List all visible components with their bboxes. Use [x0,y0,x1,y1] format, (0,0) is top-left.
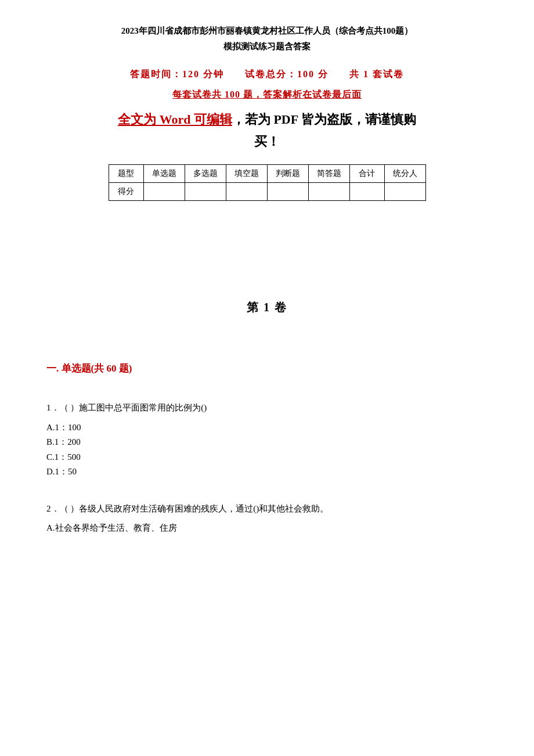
col-multi: 多选题 [185,165,226,183]
score-total [349,183,384,201]
col-short: 简答题 [308,165,349,183]
question-1-text: 1．（ ）施工图中总平面图常用的比例为() [46,401,488,416]
score-fill [226,183,267,201]
question-1: 1．（ ）施工图中总平面图常用的比例为() A.1：100 B.1：200 C.… [46,401,488,480]
col-total: 合计 [349,165,384,183]
total-score: 试卷总分：100 分 [245,69,329,79]
score-table-container: 题型 单选题 多选题 填空题 判断题 简答题 合计 统分人 得分 [46,164,488,201]
col-type: 题型 [109,165,143,183]
score-single [143,183,185,201]
question-1-option-c: C.1：500 [46,450,488,465]
volume-label: 第 1 卷 [46,300,488,315]
score-judge [267,183,308,201]
col-fill: 填空题 [226,165,267,183]
question-2-text: 2．（ ）各级人民政府对生活确有困难的残疾人，通过()和其他社会救助。 [46,502,488,517]
table-score-row: 得分 [109,183,425,201]
question-2-option-a: A.社会各界给予生活、教育、住房 [46,521,488,536]
score-multi [185,183,226,201]
buy-line: 买！ [46,133,488,150]
pdf-warning: ，若为 PDF 皆为盗版，请谨慎购 [232,112,416,127]
document-title: 2023年四川省成都市彭州市丽春镇黄龙村社区工作人员（综合考点共100题） 模拟… [46,23,488,55]
exam-sets: 共 1 套试卷 [349,69,404,79]
score-short [308,183,349,201]
exam-info-line: 答题时间：120 分钟 试卷总分：100 分 共 1 套试卷 [46,69,488,81]
score-table: 题型 单选题 多选题 填空题 判断题 简答题 合计 统分人 得分 [109,164,426,201]
question-1-option-d: D.1：50 [46,465,488,480]
spacer-q2 [46,490,488,502]
col-single: 单选题 [143,165,185,183]
section1-title: 一. 单选题(共 60 题) [46,362,488,375]
exam-time: 答题时间：120 分钟 [130,69,224,79]
word-notice: 全文为 Word 可编辑，若为 PDF 皆为盗版，请谨慎购 [46,109,488,129]
spacer-q1 [46,389,488,401]
word-editable-label: 全文为 Word 可编辑 [118,112,232,127]
col-scorer: 统分人 [384,165,425,183]
question-2: 2．（ ）各级人民政府对生活确有困难的残疾人，通过()和其他社会救助。 A.社会… [46,502,488,536]
notice-line-1: 每套试卷共 100 题，答案解析在试卷最后面 [46,89,488,101]
question-1-option-a: A.1：100 [46,420,488,435]
spacer-after-table [46,218,488,265]
col-judge: 判断题 [267,165,308,183]
score-scorer [384,183,425,201]
row-label-score: 得分 [109,183,143,201]
spacer-after-volume [46,339,488,362]
question-1-option-b: B.1：200 [46,435,488,450]
table-header-row: 题型 单选题 多选题 填空题 判断题 简答题 合计 统分人 [109,165,425,183]
